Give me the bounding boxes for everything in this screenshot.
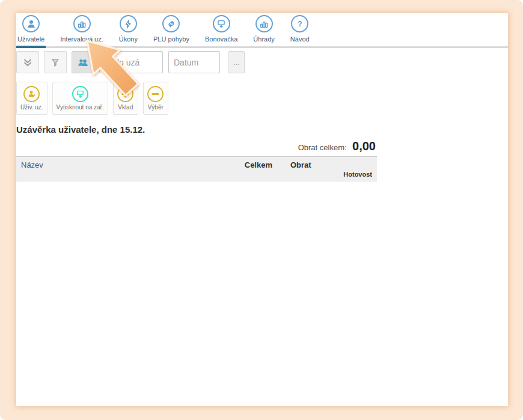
lightning-icon: [120, 15, 137, 32]
column-header-obrat: Obrat: [290, 160, 372, 169]
app-window: Uživatelé Intervalová uz.: [16, 13, 508, 406]
nav-tab-navod[interactable]: ? Návod: [289, 15, 311, 46]
user-icon: [22, 15, 40, 32]
page-title: Uzávěrka uživatele, dne 15.12.: [16, 124, 508, 135]
withdrawal-button[interactable]: Výběr: [143, 82, 168, 115]
nav-tab-label: PLU pohyby: [153, 35, 189, 43]
interval-bars-icon: [73, 15, 91, 32]
app-frame: Uživatelé Intervalová uz.: [0, 0, 523, 420]
print-display-icon: [72, 86, 88, 102]
action-button-label: Vklad: [118, 104, 133, 111]
more-options-button[interactable]: ...: [228, 51, 245, 73]
funnel-icon: [49, 56, 61, 68]
question-icon: ?: [291, 15, 308, 32]
action-button-label: Výběr: [148, 104, 164, 111]
nav-tab-label: Úkony: [119, 35, 138, 43]
nav-tab-bonovacka[interactable]: Bonovačka: [204, 15, 239, 46]
action-toolbar: Uživ. uz. Vytisknout na zař.: [16, 82, 508, 115]
nav-tab-ukony[interactable]: Úkony: [118, 15, 139, 46]
nav-tab-label: Uživatelé: [17, 35, 44, 43]
display-up-icon: [213, 15, 230, 32]
nav-tab-label: Návod: [290, 35, 310, 43]
top-navigation: Uživatelé Intervalová uz.: [16, 13, 508, 48]
column-header-nazev: Název: [21, 160, 218, 169]
deposit-button[interactable]: Vklad: [113, 82, 138, 115]
nav-tab-uhrady[interactable]: Úhrady: [252, 15, 275, 46]
nav-tab-plu-pohyby[interactable]: PLU pohyby: [152, 15, 191, 46]
turnover-total: Obrat celkem: 0,00: [16, 139, 377, 153]
collapse-button[interactable]: [16, 51, 39, 73]
action-button-label: Uživ. uz.: [20, 104, 43, 111]
user-closure-button[interactable]: Uživ. uz.: [16, 82, 47, 115]
date-input[interactable]: [168, 51, 220, 73]
filter-toolbar: ...: [16, 51, 508, 73]
turnover-total-value: 0,00: [352, 139, 376, 153]
users-icon: [76, 56, 90, 68]
column-header-hotovost: Hotovost: [21, 171, 372, 178]
filter-button[interactable]: [44, 51, 67, 73]
table-header-row: Název Celkem Obrat: [21, 160, 372, 169]
nav-tab-label: Bonovačka: [205, 35, 237, 43]
double-chevron-down-icon: [22, 56, 34, 68]
plus-icon: [117, 86, 133, 102]
transfer-arrows-icon: [162, 15, 180, 32]
bars-icon: [255, 15, 273, 32]
minus-icon: [147, 86, 164, 102]
table-header: Název Celkem Obrat Hotovost: [16, 156, 377, 181]
user-check-icon: [23, 86, 40, 102]
svg-text:?: ?: [298, 20, 302, 28]
print-to-device-button[interactable]: Vytisknout na zař.: [52, 82, 108, 115]
column-header-celkem: Celkem: [218, 160, 272, 169]
nav-tab-intervalova-uz[interactable]: Intervalová uz.: [59, 15, 105, 46]
closure-number-input[interactable]: [99, 51, 163, 73]
nav-tab-label: Intervalová uz.: [60, 35, 103, 43]
nav-tab-uzivatele[interactable]: Uživatelé: [16, 15, 46, 46]
turnover-total-label: Obrat celkem:: [298, 143, 347, 152]
nav-tab-label: Úhrady: [253, 35, 274, 43]
action-button-label: Vytisknout na zař.: [57, 104, 104, 111]
users-filter-button[interactable]: [72, 51, 94, 73]
